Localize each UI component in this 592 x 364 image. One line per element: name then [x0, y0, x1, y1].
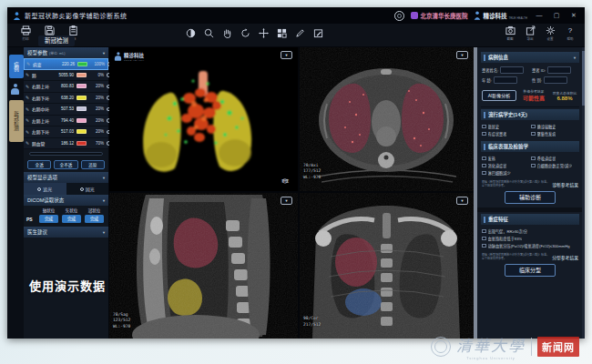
viewport-menu-button[interactable]: ▼: [456, 197, 468, 205]
severe-features-header[interactable]: 重症特征: [481, 214, 579, 225]
export-button[interactable]: 导出: [523, 25, 537, 41]
chevron-down-icon[interactable]: ▼: [102, 230, 106, 235]
right-scrollbar[interactable]: [582, 47, 585, 339]
app-logo-icon: [13, 12, 21, 20]
color-swatch[interactable]: [77, 62, 87, 66]
clinical-header[interactable]: 临床表现及检验学: [481, 141, 579, 152]
title-bar: 新型冠状肺炎影像学辅助诊断系统 北京清华长庚医院 精诊科技 TRUE HEALT…: [7, 7, 585, 24]
checkbox-symptomatic-contact[interactable]: 有症状患者: [482, 131, 529, 136]
sex-input[interactable]: [544, 76, 567, 84]
section-divider: [477, 207, 585, 212]
checkbox-icon: [482, 157, 486, 161]
chevron-down-icon[interactable]: ▼: [102, 198, 106, 203]
clinical-typing-button[interactable]: 临床分型: [505, 264, 556, 277]
accent-bar: [484, 112, 485, 118]
annotate-pencil-icon[interactable]: [295, 28, 305, 38]
rail-tab-case[interactable]: 病例: [9, 55, 24, 78]
viewport-menu-button[interactable]: ▼: [281, 197, 292, 205]
chevron-down-icon[interactable]: ▼: [102, 176, 106, 180]
case-info-header[interactable]: 病例信息▼: [481, 52, 579, 63]
chevron-down-icon[interactable]: ▼: [573, 56, 577, 60]
layer-row-vessels[interactable]: ✎肺血管186.1270%: [24, 138, 108, 150]
zoom-icon[interactable]: [204, 28, 214, 38]
color-swatch[interactable]: [77, 118, 87, 123]
checkbox-spo2[interactable]: 血氧饱和度低于93%: [482, 236, 578, 241]
chevron-down-icon[interactable]: ▼: [102, 51, 106, 56]
coronal-ct-image: [300, 193, 474, 339]
axial-done-button[interactable]: 完成: [39, 215, 58, 223]
checkbox-travel[interactable]: 旅居史: [482, 124, 529, 129]
layer-row-rll[interactable]: ✎右肺下叶638.2020%: [24, 93, 108, 105]
opacity-slider[interactable]: [29, 152, 103, 156]
checkbox-wbc[interactable]: 白细胞总数正常/减少: [531, 163, 578, 168]
maximize-button[interactable]: ▢: [551, 8, 562, 23]
patient-name-input[interactable]: [500, 66, 524, 74]
light-fixed-tab[interactable]: 固光: [66, 183, 109, 195]
rail-tab-covid[interactable]: 新冠检测: [9, 100, 24, 142]
color-swatch[interactable]: [77, 106, 87, 111]
layer-row-rul[interactable]: ✎右肺上叶800.8320%: [24, 81, 108, 93]
settings-button[interactable]: 设置: [543, 25, 557, 41]
display-options-header[interactable]: 模型显示选项 ▼: [24, 172, 108, 183]
color-swatch[interactable]: [77, 84, 87, 88]
assist-diagnosis-button[interactable]: 辅助诊断: [505, 191, 556, 204]
pan-hand-icon[interactable]: [222, 28, 232, 38]
layer-row-lll[interactable]: ✎左肺下叶517.0320%: [24, 126, 108, 138]
checkbox-lymphocyte[interactable]: 淋巴细胞减少: [482, 170, 529, 176]
close-button[interactable]: ✕: [568, 8, 579, 23]
minimize-button[interactable]: —: [534, 8, 545, 23]
dicom-status-header[interactable]: DICOM读取状态 ▼: [24, 195, 108, 206]
patient-id-input[interactable]: [547, 66, 571, 74]
color-swatch[interactable]: [77, 141, 87, 146]
bulb-icon: [80, 187, 84, 191]
brush-icon: ✎: [26, 61, 33, 66]
axial-label: 轴状位: [37, 207, 60, 213]
viewport-menu-button[interactable]: ▼: [456, 51, 468, 59]
layer-row-lung[interactable]: ✎肺5055.900%: [24, 70, 108, 82]
rebuild-control[interactable]: 重建: [281, 178, 289, 184]
viewport-3d[interactable]: 精诊科技TRUE HEALTH ▼ 重建: [109, 47, 298, 191]
typing-result-label: 分型参考结果: [552, 254, 578, 260]
move-icon[interactable]: [259, 28, 269, 38]
edit-note-icon[interactable]: [313, 28, 323, 38]
color-swatch[interactable]: [77, 129, 87, 134]
model-params-header[interactable]: 模型参数 (单位: mL) ▼: [24, 47, 108, 58]
rotate-icon[interactable]: [240, 28, 250, 38]
color-swatch[interactable]: [77, 96, 87, 100]
layer-row-lul[interactable]: ✎左肺上叶794.4020%: [24, 116, 108, 127]
layer-row-lesion[interactable]: ✎病变220.26100%: [24, 58, 108, 70]
all-opaque-button[interactable]: 全不透: [54, 160, 77, 169]
checkbox-fever[interactable]: 发热: [482, 156, 529, 161]
layer-row-rml[interactable]: ✎右肺中叶507.5320%: [24, 104, 108, 116]
reset-button[interactable]: 还原: [81, 160, 105, 169]
age-input[interactable]: [494, 76, 517, 84]
all-transparent-button[interactable]: 全透: [27, 160, 51, 169]
tsinghua-seal-icon: [431, 337, 451, 357]
viewport-coronal[interactable]: ▼ 98/Cor217/512: [300, 193, 474, 339]
checkbox-digestive[interactable]: 消化道症状: [482, 163, 529, 168]
sagittal-done-button[interactable]: 完成: [62, 215, 81, 223]
ai-analysis-button[interactable]: AI影像分析: [482, 90, 516, 101]
coronal-label: 冠状位: [83, 207, 106, 213]
help-button[interactable]: ? 帮助: [563, 25, 577, 41]
viewport-sagittal[interactable]: ▼ 78/Sag123/512WL:-970: [109, 193, 298, 339]
doctor-advice-header[interactable]: 医生建议 ▼: [24, 227, 108, 238]
print-button[interactable]: 打印: [18, 25, 33, 41]
gear-icon: [546, 25, 556, 35]
coronal-done-button[interactable]: 完成: [85, 215, 104, 223]
color-swatch[interactable]: [77, 73, 87, 77]
contrast-icon[interactable]: [186, 28, 196, 38]
checkbox-icon: [482, 237, 486, 241]
tab-covid-detection[interactable]: 新冠检测: [38, 35, 75, 46]
epidemiology-header[interactable]: 流行病学史(14天): [481, 109, 579, 120]
checkbox-cluster[interactable]: 聚集性发病: [531, 131, 578, 136]
viewport-axial[interactable]: ▼ 70/Axi177/512WL:-970: [300, 47, 474, 191]
checkbox-pao2[interactable]: 动脉血氧分压(PaO2)/吸氧浓度(FiO2)≤300mmHg: [482, 243, 578, 248]
layout-grid-icon[interactable]: [277, 28, 287, 38]
viewport-menu-button[interactable]: ▼: [281, 51, 292, 59]
checkbox-dyspnea[interactable]: 出现气促，RR≥30次/分: [482, 228, 578, 234]
checkbox-confirmed-contact[interactable]: 确诊接触史: [531, 124, 578, 129]
screenshot-button[interactable]: 截图: [503, 25, 517, 41]
light-follow-tab[interactable]: 追光: [24, 183, 66, 195]
checkbox-respiratory[interactable]: 呼吸道症状: [531, 156, 578, 161]
